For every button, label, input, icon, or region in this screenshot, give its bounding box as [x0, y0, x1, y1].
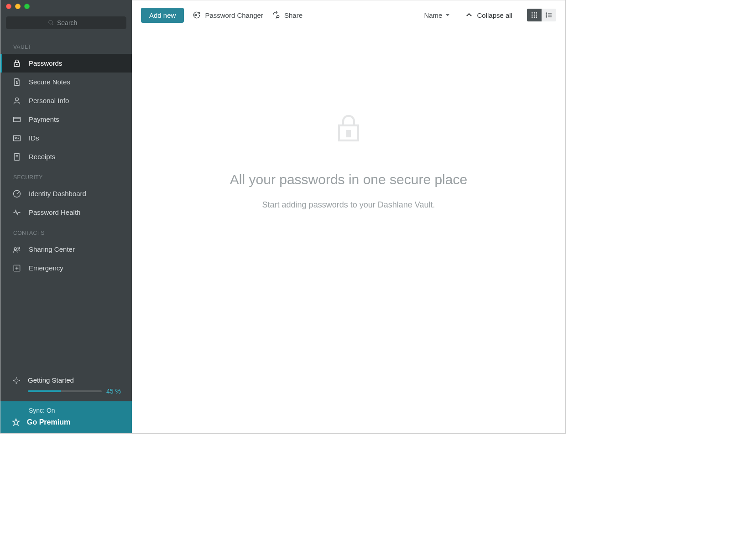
svg-point-0	[49, 21, 52, 24]
dashboard-icon	[12, 189, 21, 198]
main-panel: Add new ** Password Changer Share Name	[132, 0, 565, 433]
section-label-vault: VAULT	[0, 36, 132, 54]
empty-lock-icon	[332, 112, 365, 145]
svg-text:1: 1	[16, 81, 18, 84]
sidebar-item-label: Payments	[29, 115, 59, 123]
svg-point-35	[536, 15, 537, 16]
maximize-window-button[interactable]	[24, 4, 30, 9]
sidebar-item-label: Passwords	[29, 59, 62, 67]
svg-point-31	[534, 12, 535, 14]
svg-point-21	[15, 379, 18, 383]
sidebar-item-ids[interactable]: IDs	[0, 129, 132, 147]
section-label-security: SECURITY	[0, 166, 132, 184]
emergency-icon	[12, 264, 21, 273]
sidebar-item-label: Password Health	[29, 208, 80, 216]
svg-point-36	[532, 16, 533, 18]
sort-label: Name	[424, 11, 442, 19]
add-new-button[interactable]: Add new	[141, 8, 184, 23]
sidebar-item-label: Sharing Center	[29, 245, 75, 253]
sidebar-item-label: IDs	[29, 134, 39, 142]
view-toggle	[527, 9, 556, 21]
getting-started-percent: 45 %	[106, 388, 121, 395]
health-icon	[12, 208, 21, 217]
sidebar-item-password-health[interactable]: Password Health	[0, 203, 132, 222]
list-icon	[545, 11, 553, 19]
getting-started-progress	[28, 390, 102, 392]
sidebar: VAULT Passwords 1 Secure Notes Personal …	[0, 0, 132, 433]
svg-line-1	[52, 24, 53, 25]
collapse-all-button[interactable]: Collapse all	[465, 11, 512, 19]
sharing-icon	[12, 245, 21, 254]
close-window-button[interactable]	[6, 4, 11, 9]
chevron-down-icon	[445, 12, 450, 18]
svg-rect-6	[14, 117, 21, 122]
sidebar-item-sharing-center[interactable]: Sharing Center	[0, 240, 132, 259]
toolbar: Add new ** Password Changer Share Name	[132, 0, 565, 30]
getting-started-title: Getting Started	[28, 376, 121, 384]
person-icon	[12, 96, 21, 105]
svg-point-38	[536, 16, 537, 18]
receipt-icon	[12, 152, 21, 161]
star-icon	[11, 418, 21, 427]
svg-rect-8	[14, 135, 21, 141]
sidebar-item-identity-dashboard[interactable]: Identity Dashboard	[0, 184, 132, 203]
empty-state: All your passwords in one secure place S…	[132, 30, 565, 433]
svg-point-5	[16, 98, 19, 101]
sidebar-item-receipts[interactable]: Receipts	[0, 147, 132, 166]
sidebar-item-personal-info[interactable]: Personal Info	[0, 91, 132, 110]
svg-point-39	[546, 13, 547, 14]
svg-point-9	[15, 137, 16, 138]
sidebar-item-label: Identity Dashboard	[29, 190, 86, 197]
password-changer-label: Password Changer	[205, 11, 263, 19]
empty-state-subtitle: Start adding passwords to your Dashlane …	[262, 200, 435, 210]
svg-point-43	[546, 16, 547, 17]
window-controls	[0, 0, 132, 13]
sync-status: Sync: On	[11, 407, 121, 414]
svg-rect-46	[347, 131, 350, 136]
minimize-window-button[interactable]	[15, 4, 21, 9]
svg-point-33	[532, 15, 533, 16]
svg-point-17	[18, 247, 20, 249]
search-input[interactable]	[57, 19, 84, 26]
search-field[interactable]	[6, 16, 126, 29]
grid-view-button[interactable]	[527, 9, 542, 21]
svg-point-34	[534, 15, 535, 16]
svg-text:**: **	[195, 14, 197, 17]
svg-point-3	[16, 64, 17, 65]
sidebar-item-label: Personal Info	[29, 97, 69, 104]
go-premium-label: Go Premium	[27, 418, 70, 426]
sort-dropdown[interactable]: Name	[424, 11, 450, 19]
sidebar-item-label: Emergency	[29, 264, 63, 272]
svg-marker-26	[13, 419, 20, 425]
list-view-button[interactable]	[542, 9, 556, 21]
payment-icon	[12, 115, 21, 124]
password-changer-button[interactable]: ** Password Changer	[192, 10, 263, 20]
id-icon	[12, 134, 21, 143]
section-label-contacts: CONTACTS	[0, 222, 132, 240]
svg-point-32	[536, 12, 537, 14]
sidebar-item-secure-notes[interactable]: 1 Secure Notes	[0, 73, 132, 91]
collapse-all-label: Collapse all	[477, 11, 512, 19]
note-icon: 1	[12, 78, 21, 87]
search-icon	[48, 20, 54, 26]
svg-point-30	[532, 12, 533, 14]
go-premium-button[interactable]: Go Premium	[11, 418, 121, 427]
share-icon	[271, 10, 281, 20]
sidebar-item-payments[interactable]: Payments	[0, 110, 132, 129]
svg-point-37	[534, 16, 535, 18]
refresh-key-icon: **	[192, 10, 201, 20]
share-button[interactable]: Share	[271, 10, 302, 20]
share-label: Share	[284, 11, 302, 19]
sidebar-item-label: Receipts	[29, 153, 55, 161]
sidebar-item-passwords[interactable]: Passwords	[0, 54, 132, 73]
empty-state-title: All your passwords in one secure place	[230, 172, 467, 187]
svg-point-41	[546, 15, 547, 16]
sidebar-item-emergency[interactable]: Emergency	[0, 259, 132, 277]
chevron-up-icon	[465, 11, 473, 19]
svg-marker-29	[446, 14, 449, 16]
lightbulb-icon	[12, 377, 21, 385]
svg-point-16	[14, 247, 16, 249]
lock-icon	[12, 59, 21, 68]
sidebar-item-label: Secure Notes	[29, 78, 70, 86]
getting-started-panel[interactable]: Getting Started 45 %	[0, 370, 132, 401]
